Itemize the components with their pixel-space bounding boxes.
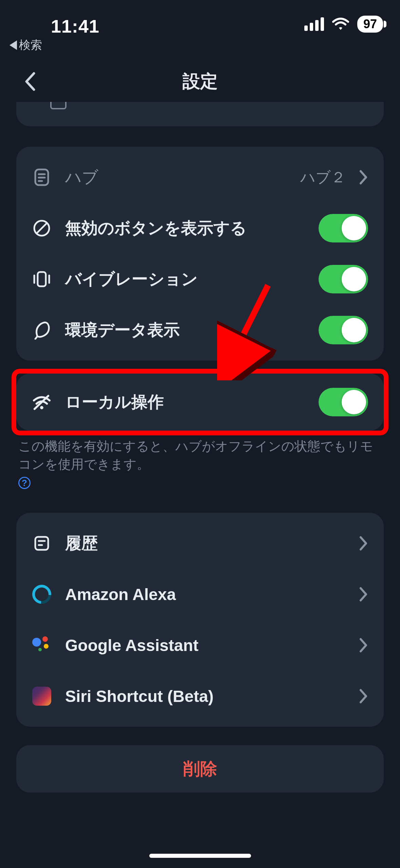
chevron-right-icon <box>359 638 368 653</box>
google-assistant-label: Google Assistant <box>65 636 346 655</box>
integrations-card: 履歴 Amazon Alexa Google Assistant <box>16 513 384 727</box>
wifi-off-icon <box>32 392 52 412</box>
siri-shortcut-icon <box>32 686 52 706</box>
google-assistant-icon <box>32 635 52 655</box>
env-data-toggle[interactable] <box>319 316 368 344</box>
hub-row[interactable]: ハブ ハブ２ <box>32 153 368 201</box>
local-operation-card: ローカル操作 <box>16 374 384 431</box>
back-triangle-icon <box>9 40 17 50</box>
previous-card-peek <box>16 102 384 126</box>
help-icon[interactable]: ? <box>18 477 31 489</box>
delete-label: 削除 <box>183 758 217 780</box>
hub-icon <box>32 167 52 187</box>
svg-line-5 <box>37 223 47 233</box>
alexa-row[interactable]: Amazon Alexa <box>32 571 368 618</box>
google-assistant-row[interactable]: Google Assistant <box>32 621 368 669</box>
chevron-right-icon <box>359 536 368 551</box>
show-disabled-toggle[interactable] <box>319 214 368 242</box>
leaf-icon <box>32 320 52 340</box>
chevron-right-icon <box>359 170 368 185</box>
hub-value: ハブ２ <box>300 167 346 187</box>
disabled-icon <box>32 218 52 238</box>
vibration-icon <box>32 269 52 289</box>
svg-rect-11 <box>35 537 48 550</box>
settings-card: ハブ ハブ２ 無効のボタンを表示する <box>16 147 384 361</box>
back-to-search[interactable]: 検索 <box>9 37 42 53</box>
chevron-right-icon <box>359 689 368 704</box>
home-indicator[interactable] <box>149 854 251 858</box>
chevron-right-icon <box>359 587 368 602</box>
delete-button[interactable]: 削除 <box>16 745 384 793</box>
footnote-text: この機能を有効にすると、ハブがオフラインの状態でもリモコンを使用できます。 <box>18 437 382 473</box>
env-data-label: 環境データ表示 <box>65 319 305 341</box>
status-time: 11:41 <box>51 16 99 37</box>
siri-shortcut-row[interactable]: Siri Shortcut (Beta) <box>32 672 368 720</box>
hub-label: ハブ <box>65 166 287 188</box>
cellular-signal-icon <box>304 17 324 31</box>
battery-indicator: 97 <box>357 16 383 33</box>
local-operation-row: ローカル操作 <box>32 382 368 422</box>
history-icon <box>32 534 52 553</box>
siri-shortcut-label: Siri Shortcut (Beta) <box>65 687 346 706</box>
alexa-icon <box>32 584 52 604</box>
vibration-label: バイブレーション <box>65 268 305 290</box>
status-right-cluster: 97 <box>304 16 383 33</box>
back-button[interactable] <box>24 71 36 92</box>
status-bar: 11:41 検索 97 <box>0 0 400 48</box>
wifi-icon <box>332 18 349 31</box>
vibration-row: バイブレーション <box>32 255 368 303</box>
alexa-label: Amazon Alexa <box>65 585 346 604</box>
local-operation-toggle[interactable] <box>319 388 368 416</box>
history-label: 履歴 <box>65 532 346 554</box>
show-disabled-buttons-row: 無効のボタンを表示する <box>32 204 368 252</box>
svg-rect-6 <box>38 272 46 286</box>
history-row[interactable]: 履歴 <box>32 520 368 567</box>
local-operation-label: ローカル操作 <box>65 391 305 413</box>
page-title: 設定 <box>183 70 218 93</box>
nav-header: 設定 <box>0 61 400 102</box>
show-disabled-label: 無効のボタンを表示する <box>65 217 305 239</box>
svg-point-9 <box>40 406 43 410</box>
vibration-toggle[interactable] <box>319 265 368 293</box>
local-operation-footnote: この機能を有効にすると、ハブがオフラインの状態でもリモコンを使用できます。 ? <box>16 437 384 489</box>
env-data-row: 環境データ表示 <box>32 306 368 354</box>
back-app-label: 検索 <box>19 37 42 53</box>
